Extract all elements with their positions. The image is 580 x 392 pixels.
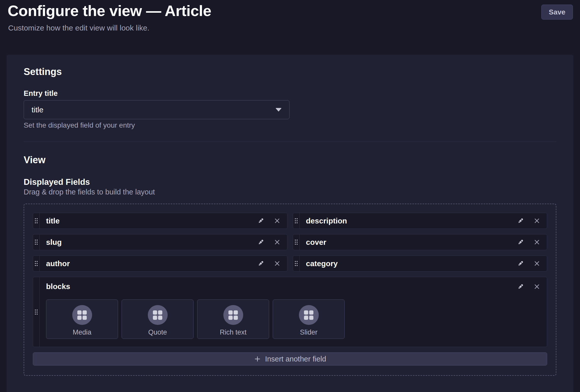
main-panel: Settings Entry title title Set the displ… (7, 55, 573, 392)
field-label: blocks (46, 282, 70, 291)
drag-handle[interactable] (293, 213, 300, 229)
close-icon (274, 239, 281, 246)
chevron-down-icon (276, 108, 282, 112)
pencil-icon (517, 238, 524, 246)
remove-field-button[interactable] (274, 260, 281, 267)
component-card-media: Media (46, 299, 118, 339)
remove-field-button[interactable] (533, 260, 540, 267)
drag-handle[interactable] (33, 234, 40, 250)
drag-handle[interactable] (33, 256, 40, 271)
drag-handle-icon (295, 239, 298, 245)
displayed-fields-title: Displayed Fields (24, 177, 90, 187)
drag-handle-icon (35, 309, 38, 315)
field-actions (257, 256, 287, 271)
close-icon (533, 217, 540, 224)
drag-handle[interactable] (33, 277, 40, 347)
remove-field-button[interactable] (533, 239, 540, 246)
section-divider (24, 142, 556, 142)
field-actions (517, 234, 547, 250)
field-label: title (46, 217, 60, 225)
drag-handle-icon (35, 218, 38, 224)
displayed-fields-hint: Drag & drop the fields to build the layo… (24, 188, 155, 196)
field-card-cover: cover (293, 234, 547, 250)
grid-icon (304, 310, 314, 320)
pencil-icon (257, 260, 265, 267)
grid-icon (153, 310, 163, 320)
page-subtitle: Customize how the edit view will look li… (8, 23, 149, 33)
drag-handle-icon (35, 261, 38, 266)
field-label: category (306, 259, 338, 268)
edit-field-button[interactable] (517, 260, 524, 267)
pencil-icon (257, 238, 265, 246)
close-icon (533, 239, 540, 246)
edit-field-button[interactable] (517, 217, 524, 224)
field-actions (257, 213, 287, 229)
field-label: author (46, 259, 70, 268)
blocks-header: blocks (46, 280, 540, 293)
settings-heading: Settings (24, 66, 62, 78)
component-label: Quote (148, 328, 167, 336)
grid-icon (77, 310, 87, 320)
component-card-quote: Quote (122, 299, 194, 339)
component-card-rich-text: Rich text (197, 299, 269, 339)
blocks-body: blocks (40, 277, 547, 347)
entry-title-select[interactable]: title (24, 100, 289, 119)
page-title: Configure the view — Article (8, 2, 211, 20)
component-icon-circle (72, 305, 92, 325)
save-button[interactable]: Save (541, 5, 573, 20)
remove-field-button[interactable] (533, 217, 540, 224)
component-icon-circle (223, 305, 243, 325)
pencil-icon (257, 217, 265, 224)
edit-field-button[interactable] (257, 217, 265, 224)
field-card-author: author (33, 255, 287, 272)
field-card-title: title (33, 213, 287, 229)
component-card-slider: Slider (273, 299, 345, 339)
field-actions (517, 213, 547, 229)
edit-field-button[interactable] (517, 238, 524, 246)
drag-handle[interactable] (293, 256, 300, 271)
field-label: description (306, 217, 347, 225)
fields-grid: title description (33, 213, 547, 366)
pencil-icon (517, 217, 524, 224)
drag-handle-icon (295, 261, 298, 266)
entry-title-label: Entry title (24, 89, 58, 98)
drag-handle-icon (295, 218, 298, 224)
field-actions (517, 256, 547, 271)
component-label: Rich text (220, 328, 246, 336)
component-label: Media (73, 328, 92, 336)
fields-dropzone: title description (24, 204, 556, 376)
close-icon (533, 283, 540, 290)
edit-field-button[interactable] (257, 260, 265, 267)
close-icon (274, 217, 281, 224)
remove-field-button[interactable] (274, 239, 281, 246)
component-label: Slider (300, 328, 317, 336)
field-card-category: category (293, 255, 547, 272)
field-label: cover (306, 238, 326, 247)
drag-handle[interactable] (33, 213, 40, 229)
field-card-description: description (293, 213, 547, 229)
component-icon-circle (299, 305, 319, 325)
drag-handle-icon (35, 239, 38, 245)
entry-title-hint: Set the displayed field of your entry (24, 121, 135, 129)
edit-field-button[interactable] (517, 283, 524, 290)
field-card-blocks: blocks (33, 277, 547, 347)
insert-another-field-label: Insert another field (265, 355, 326, 363)
drag-handle[interactable] (293, 234, 300, 250)
configure-view-page: Configure the view — Article Customize h… (0, 0, 580, 392)
plus-icon (254, 355, 261, 363)
pencil-icon (517, 260, 524, 267)
close-icon (274, 260, 281, 267)
insert-another-field-button[interactable]: Insert another field (33, 352, 547, 366)
edit-field-button[interactable] (257, 238, 265, 246)
entry-title-select-value: title (32, 105, 44, 114)
field-actions (257, 234, 287, 250)
pencil-icon (517, 283, 524, 290)
grid-icon (228, 310, 238, 320)
components-row: Media Quote (46, 299, 540, 339)
field-actions (517, 283, 540, 290)
component-icon-circle (148, 305, 168, 325)
close-icon (533, 260, 540, 267)
field-card-slug: slug (33, 234, 287, 250)
remove-field-button[interactable] (274, 217, 281, 224)
remove-field-button[interactable] (533, 283, 540, 290)
